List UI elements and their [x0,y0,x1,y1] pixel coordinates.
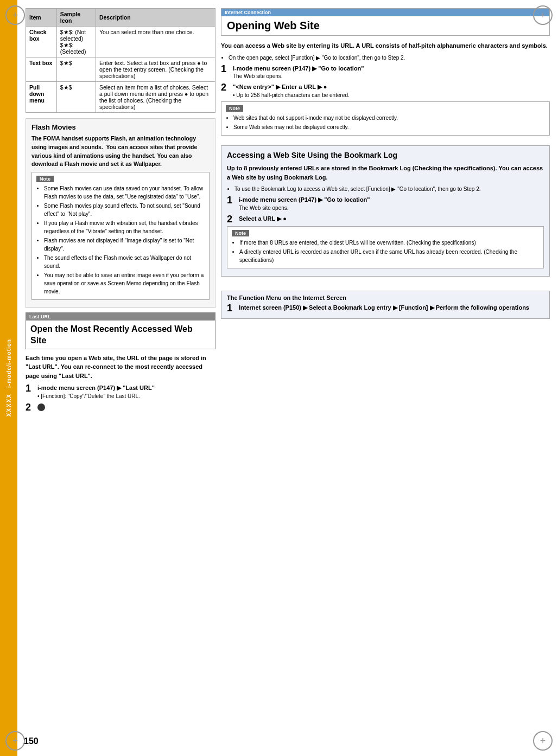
internet-note-2: Some Web sites may not be displayed corr… [233,123,545,131]
main-content: Item Sample Icon Description Check box $… [17,0,558,420]
last-url-step2: 2 [26,402,215,412]
internet-notes-list: Web sites that do not support i-mode may… [226,114,545,131]
accessing-note-label: Note [232,230,249,236]
left-column: Item Sample Icon Description Check box $… [26,8,215,414]
last-url-section: Last URL Open the Most Recently Accessed… [26,312,215,349]
table-cell-icon-2: $★$ [56,57,96,82]
two-column-layout: Item Sample Icon Description Check box $… [26,8,550,414]
table-cell-desc-3: Select an item from a list of choices. S… [96,82,215,113]
table-cell-icon-3: $★$ [56,82,96,113]
last-url-step2-content [37,402,215,412]
last-url-step1-content: i-mode menu screen (P147) ▶ "Last URL" •… [37,383,215,400]
sidebar-xxxxx: XXXXX [6,393,12,417]
internet-bullets: On the open page, select [Function] ▶ "G… [221,54,550,62]
table-cell-icon-1: $★$: (Not selected)$★$: (Selected) [56,27,96,57]
last-url-title: Open the Most Recently Accessed Web Site [26,321,215,349]
accessing-step1-content: i-mode menu screen (P147) ▶ "Go to locat… [239,195,544,212]
info-table: Item Sample Icon Description Check box $… [26,8,215,113]
corner-decoration-br [533,731,553,751]
table-row-textbox: Text box $★$ Enter text. Select a text b… [26,57,215,82]
internet-step1-num: 1 [221,64,230,74]
accessing-body: Up to 8 previously entered URLs are stor… [227,164,544,182]
table-row-checkbox: Check box $★$: (Not selected)$★$: (Selec… [26,27,215,57]
accessing-section: Accessing a Web Site Using the Bookmark … [221,145,550,277]
accessing-step1-sub: The Web site opens. [239,204,544,212]
accessing-note-2: A directly entered URL is recorded as an… [239,248,539,264]
flash-movies-title: Flash Movies [31,123,210,131]
internet-step2-content: "<New entry>" ▶ Enter a URL ▶ ● • Up to … [233,82,550,99]
function-step1-content: Internet screen (P150) ▶ Select a Bookma… [239,303,544,312]
table-cell-item-3: Pull down menu [26,82,57,113]
table-header-desc: Description [96,9,215,27]
internet-step1-content: i-mode menu screen (P147) ▶ "Go to locat… [233,64,550,81]
function-step1-num: 1 [227,303,236,313]
table-header-item: Item [26,9,57,27]
flash-note-item-4: Flash movies are not displayed if "Image… [44,236,205,253]
flash-notes-list: Some Flash movies can use data saved on … [36,184,205,296]
flash-movies-section: Flash Movies The FOMA handset supports F… [26,118,215,308]
flash-note-item-5: The sound effects of the Flash movie set… [44,254,205,270]
internet-step2-sub: • Up to 256 half-pitch characters can be… [233,92,550,99]
function-menu-title: The Function Menu on the Internet Screen [227,294,544,301]
last-url-step1-num: 1 [26,383,34,393]
corner-decoration-tl [5,5,25,25]
flash-note-item-6: You may not be able to save an entire im… [44,271,205,296]
accessing-step2: 2 Select a URL ▶ ● [227,214,544,224]
internet-body: You can access a Web site by entering it… [221,41,550,50]
function-menu-section: The Function Menu on the Internet Screen… [221,291,550,319]
flash-note-item-3: If you play a Flash movie with vibration… [44,219,205,235]
internet-step2-num: 2 [221,82,230,92]
last-url-step1-sub: • [Function]: "Copy"/"Delete" the Last U… [37,393,215,400]
sidebar-label: i-mode/i-motion [6,339,12,388]
page-number: 150 [24,736,39,746]
last-url-step1: 1 i-mode menu screen (P147) ▶ "Last URL"… [26,383,215,400]
internet-connection-section: Internet Connection Opening Web Site [221,8,550,36]
internet-note-1: Web sites that do not support i-mode may… [233,114,545,122]
right-column: Internet Connection Opening Web Site You… [221,8,550,414]
last-url-body: Each time you open a Web site, the URL o… [26,354,215,381]
flash-note-label: Note [36,176,54,182]
corner-decoration-bl [5,731,25,751]
table-header-icon: Sample Icon [56,9,96,27]
internet-note: Note Web sites that do not support i-mod… [221,101,550,136]
accessing-step1: 1 i-mode menu screen (P147) ▶ "Go to loc… [227,195,544,212]
accessing-step2-content: Select a URL ▶ ● [239,214,544,223]
table-cell-desc-2: Enter text. Select a text box and press … [96,57,215,82]
accessing-notes-list: If more than 8 URLs are entered, the old… [232,239,539,264]
flash-note-item-1: Some Flash movies can use data saved on … [44,184,205,201]
table-row-pulldown: Pull down menu $★$ Select an item from a… [26,82,215,113]
accessing-title: Accessing a Web Site Using the Bookmark … [227,150,544,161]
spacer2 [221,281,550,286]
accessing-step2-num: 2 [227,214,236,224]
table-cell-desc-1: You can select more than one choice. [96,27,215,57]
sidebar: i-mode/i-motion XXXXX [0,0,17,756]
accessing-note-1: If more than 8 URLs are entered, the old… [239,239,539,247]
last-url-header-label: Last URL [26,313,215,321]
circle-button-icon [37,403,45,411]
function-step1: 1 Internet screen (P150) ▶ Select a Book… [227,303,544,313]
internet-title: Opening Web Site [221,16,549,35]
table-cell-item-1: Check box [26,27,57,57]
spacer [221,139,550,145]
corner-decoration-tr [533,5,553,25]
flash-note-item-2: Some Flash movies play sound effects. To… [44,202,205,218]
internet-note-label: Note [226,105,243,112]
flash-movies-body: The FOMA handset supports Flash, an anim… [31,134,210,169]
internet-bullet-1: On the open page, select [Function] ▶ "G… [229,54,550,62]
table-cell-item-2: Text box [26,57,57,82]
internet-step2: 2 "<New entry>" ▶ Enter a URL ▶ ● • Up t… [221,82,550,99]
accessing-bullets: To use the Bookmark Log to access a Web … [227,185,544,193]
last-url-step2-num: 2 [26,402,34,412]
internet-header-label: Internet Connection [221,9,549,16]
internet-step1: 1 i-mode menu screen (P147) ▶ "Go to loc… [221,64,550,81]
accessing-note: Note If more than 8 URLs are entered, th… [227,226,544,268]
internet-step1-sub: The Web site opens. [233,73,550,80]
accessing-bullet-1: To use the Bookmark Log to access a Web … [234,185,544,193]
accessing-step1-num: 1 [227,195,236,205]
flash-movies-note: Note Some Flash movies can use data save… [31,172,210,300]
